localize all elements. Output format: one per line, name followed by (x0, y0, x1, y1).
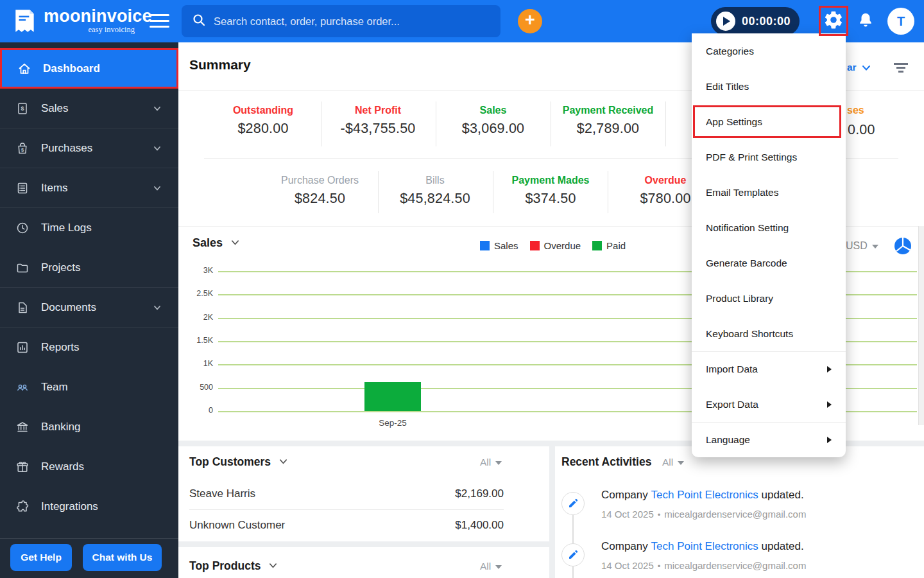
sidebar-item-reports[interactable]: Reports (0, 328, 178, 367)
y-tick: 2K (184, 313, 213, 322)
home-icon (17, 62, 31, 76)
shopping-bag-icon: $ (15, 141, 30, 155)
company-link[interactable]: Tech Point Electronics (651, 540, 758, 552)
chart-title-dropdown[interactable]: Sales (193, 236, 239, 250)
menu-item-pdf-print-settings[interactable]: PDF & Print Settings (692, 139, 846, 175)
recent-activities-filter[interactable]: All (662, 457, 684, 468)
menu-item-edit-titles[interactable]: Edit Titles (692, 69, 846, 104)
sidebar-item-integrations[interactable]: Integrations (0, 487, 178, 527)
sidebar: Dashboard $ Sales $ Purchases Items Time… (0, 42, 178, 578)
menu-item-import-data[interactable]: Import Data (692, 351, 846, 387)
summary-divider (493, 171, 493, 213)
customer-row[interactable]: Steave Harris $2,169.00 (189, 487, 504, 500)
caret-down-icon (872, 245, 878, 249)
scrollbar[interactable] (918, 226, 924, 425)
recent-activities-title: Recent Activities (561, 455, 651, 469)
sidebar-item-label: Projects (41, 261, 80, 274)
summary-payment-received: Payment Received $2,789.00 (550, 105, 666, 137)
sidebar-item-projects[interactable]: Projects (0, 248, 178, 288)
sidebar-item-label: Purchases (41, 142, 92, 155)
folder-icon (15, 261, 30, 275)
sidebar-item-label: Sales (41, 102, 69, 115)
sidebar-item-banking[interactable]: Banking (0, 407, 178, 447)
summary-divider (551, 101, 551, 146)
sidebar-item-label: Reports (41, 341, 80, 354)
chat-with-us-button[interactable]: Chat with Us (83, 544, 162, 571)
search-icon (192, 13, 206, 30)
summary-divider (665, 101, 666, 146)
section-gap (178, 541, 549, 547)
menu-item-generate-barcode[interactable]: Generate Barcode (692, 245, 846, 281)
sidebar-item-sales[interactable]: $ Sales (0, 89, 178, 128)
menu-item-email-templates[interactable]: Email Templates (692, 175, 846, 210)
y-tick: 2.5K (184, 289, 213, 298)
hamburger-menu-icon[interactable] (150, 14, 169, 28)
sidebar-item-label: Integrations (41, 500, 98, 513)
row-divider (189, 509, 504, 510)
menu-item-categories[interactable]: Categories (692, 33, 846, 69)
company-link[interactable]: Tech Point Electronics (651, 489, 758, 501)
top-products-dropdown[interactable]: Top Products (189, 559, 277, 573)
legend-sales-label: Sales (494, 240, 518, 251)
sidebar-item-time-logs[interactable]: Time Logs (0, 208, 178, 248)
search-input[interactable] (214, 15, 490, 28)
legend-sales-swatch (480, 241, 490, 250)
chevron-down-icon (153, 144, 162, 153)
page-title: Summary (189, 57, 251, 73)
menu-item-keyboard-shortcuts[interactable]: Keyboard Shortcuts (692, 316, 846, 351)
customer-row[interactable]: Unknown Customer $1,400.00 (189, 519, 504, 532)
edit-activity-icon (561, 543, 585, 566)
menu-item-app-settings[interactable]: App Settings (692, 104, 846, 139)
sidebar-item-label: Time Logs (41, 222, 92, 234)
customer-amount: $1,400.00 (455, 519, 504, 532)
svg-text:$: $ (21, 146, 24, 152)
y-tick: 500 (184, 383, 213, 392)
app-screen: mooninvoice easy invoicing + 00:00:00 T … (0, 0, 924, 578)
top-customers-dropdown[interactable]: Top Customers (189, 455, 287, 469)
top-products-filter[interactable]: All (480, 561, 502, 572)
sidebar-item-rewards[interactable]: Rewards (0, 447, 178, 487)
sidebar-item-label: Banking (41, 421, 80, 434)
top-customers-filter[interactable]: All (480, 457, 502, 468)
sidebar-item-team[interactable]: Team (0, 367, 178, 407)
sidebar-item-purchases[interactable]: $ Purchases (0, 128, 178, 168)
legend-paid-swatch (592, 241, 602, 250)
customer-name: Steave Harris (189, 487, 255, 500)
timer-value: 00:00:00 (742, 15, 791, 28)
period-filter-fragment[interactable]: ar (847, 62, 871, 73)
x-axis-label: Sep-25 (364, 418, 421, 428)
gift-icon (15, 460, 30, 474)
timer-widget[interactable]: 00:00:00 (711, 7, 800, 35)
sidebar-item-documents[interactable]: Documents (0, 288, 178, 328)
gear-icon[interactable] (823, 10, 844, 33)
avatar[interactable]: T (887, 8, 914, 35)
pie-chart-icon[interactable] (894, 237, 912, 258)
summary-purchase-orders: Purchase Orders $824.50 (262, 175, 378, 207)
summary-sales: Sales $3,069.00 (435, 105, 551, 137)
paid-bar[interactable] (364, 382, 421, 411)
summary-partial-label: ses (847, 105, 864, 116)
menu-item-notification-setting[interactable]: Notification Setting (692, 210, 846, 245)
y-tick: 1.5K (184, 336, 213, 345)
sidebar-item-label: Items (41, 182, 68, 195)
quick-add-button[interactable]: + (518, 9, 542, 33)
notifications-bell-icon[interactable] (856, 10, 877, 32)
get-help-button[interactable]: Get Help (10, 544, 72, 571)
menu-item-export-data[interactable]: Export Data (692, 387, 846, 422)
sidebar-item-label: Rewards (41, 460, 84, 473)
sidebar-item-dashboard[interactable]: Dashboard (0, 48, 178, 89)
clock-icon (15, 221, 30, 235)
sidebar-footer-divider (0, 538, 178, 539)
menu-item-product-library[interactable]: Product Library (692, 281, 846, 316)
chevron-down-icon (153, 104, 162, 113)
y-tick: 1K (184, 359, 213, 368)
sidebar-item-items[interactable]: Items (0, 168, 178, 208)
currency-selector[interactable]: USD (846, 240, 878, 252)
global-search (182, 5, 501, 37)
menu-item-language[interactable]: Language (692, 422, 846, 457)
activity-text: Company Tech Point Electronics updated. (601, 540, 804, 553)
sidebar-item-label: Dashboard (43, 62, 100, 75)
play-icon[interactable] (716, 12, 735, 31)
caret-down-icon (678, 461, 684, 465)
filter-icon[interactable] (894, 63, 908, 73)
